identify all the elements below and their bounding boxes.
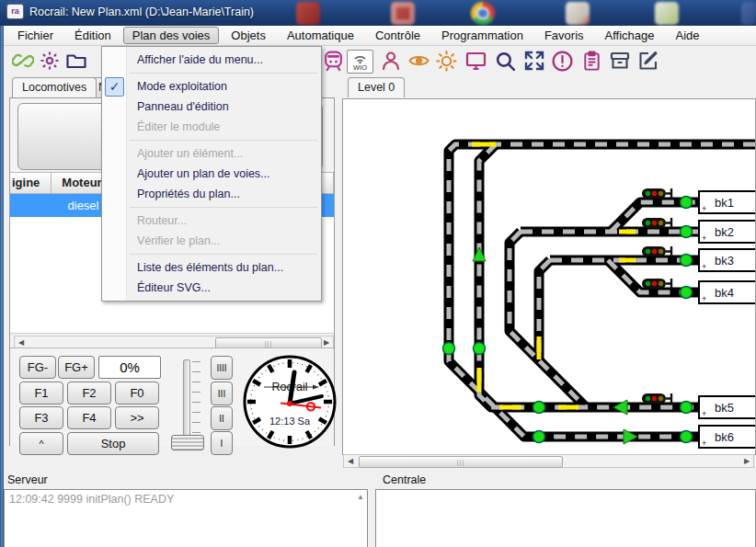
arrow-left <box>613 400 627 415</box>
speed-slider-track[interactable] <box>183 359 190 440</box>
gear-icon[interactable] <box>38 49 62 73</box>
plan-panel: Level 0 <box>342 75 756 471</box>
block-bk1[interactable]: bk1+ <box>699 191 755 213</box>
scroll-up-icon[interactable]: ▲ <box>357 493 364 501</box>
menu-item-ajouter-element: Ajouter un élément... <box>102 143 321 164</box>
check-icon: ✓ <box>105 77 124 97</box>
tab-locomotives[interactable]: Locomotives <box>12 77 97 97</box>
caret-button[interactable]: ^ <box>19 432 63 455</box>
tab-level-0[interactable]: Level 0 <box>348 77 405 97</box>
signal-bk1 <box>642 188 671 199</box>
menu-item-aide-menu[interactable]: Afficher l'aide du menu... <box>102 50 321 70</box>
svg-text:+: + <box>702 262 706 271</box>
menu-separator <box>130 207 317 208</box>
signal-bk3 <box>642 246 671 256</box>
scroll-right-icon[interactable]: ▶ <box>740 455 753 467</box>
menu-item-editeur-svg[interactable]: Éditeur SVG... <box>102 278 321 298</box>
link-icon[interactable] <box>11 49 35 73</box>
f4-button[interactable]: F4 <box>67 406 111 429</box>
svg-text:bk4: bk4 <box>715 286 734 300</box>
f3-button[interactable]: F3 <box>19 406 63 429</box>
server-label: Serveur <box>7 473 48 486</box>
svg-text:WIO: WIO <box>353 63 367 72</box>
titlebar[interactable]: ra Rocrail: New Plan.xml (D:\Jean-Marie\… <box>0 0 756 27</box>
menu-separator <box>130 254 317 255</box>
stop-button[interactable]: Stop <box>67 432 159 455</box>
menu-aide[interactable]: Aide <box>667 27 709 44</box>
expand-icon[interactable] <box>522 49 546 73</box>
svg-text:bk3: bk3 <box>715 254 734 268</box>
archive-icon[interactable] <box>608 49 632 73</box>
menu-item-ajouter-plan[interactable]: Ajouter un plan de voies... <box>102 164 321 184</box>
scroll-thumb[interactable]: ||| <box>359 456 563 468</box>
plan-hscrollbar[interactable]: ◀ ▶ ||| <box>343 454 754 468</box>
block-bk2[interactable]: bk2+ <box>699 221 755 243</box>
svg-text:+: + <box>702 204 706 213</box>
menubar: Fichier Édition Plan des voies Objets Au… <box>0 26 756 46</box>
throttle-panel: FG- FG+ 0% F1 F2 F0 F3 F4 >> ^ Stop IIII… <box>10 348 334 446</box>
menu-edition[interactable]: Édition <box>65 27 120 44</box>
menu-item-verifier-plan: Vérifier le plan... <box>102 231 321 251</box>
block-bk5[interactable]: bk5+ <box>699 396 755 418</box>
server-log-box[interactable]: 12:09:42 9999 initPlan() READY ▲ <box>4 489 368 547</box>
menu-favoris[interactable]: Favoris <box>535 27 593 44</box>
menu-separator <box>130 140 317 141</box>
block-bk6[interactable]: bk6+ <box>699 426 755 448</box>
folder-icon[interactable] <box>64 49 88 73</box>
wio-icon[interactable]: WIO <box>347 50 373 74</box>
menu-fichier[interactable]: Fichier <box>8 27 63 44</box>
menu-item-routeur: Routeur... <box>102 211 321 231</box>
desktop-icon <box>471 2 495 25</box>
column-origine[interactable]: igine <box>10 172 52 194</box>
train-icon[interactable] <box>321 49 345 73</box>
block-bk4[interactable]: bk4+ <box>699 281 755 303</box>
central-label: Centrale <box>383 473 426 486</box>
monitor-icon[interactable] <box>464 49 487 73</box>
occupied-segments <box>472 144 636 407</box>
menu-programmation[interactable]: Programmation <box>432 27 533 44</box>
menu-automatique[interactable]: Automatique <box>278 27 363 44</box>
menu-separator <box>130 73 317 74</box>
fg-minus-button[interactable]: FG- <box>19 356 56 379</box>
track-plan-canvas[interactable]: bk1+ bk2+ bk3+ bk4+ bk5+ bk6+ <box>342 98 756 455</box>
f0-button[interactable]: F0 <box>115 382 159 405</box>
block-bk3[interactable]: bk3+ <box>699 249 755 271</box>
desktop-icon <box>566 2 590 25</box>
arrow-right <box>624 429 637 444</box>
alert-icon[interactable] <box>550 49 574 73</box>
f1-button[interactable]: F1 <box>19 382 63 405</box>
clipboard-icon[interactable] <box>579 49 603 73</box>
search-icon[interactable] <box>493 49 517 73</box>
status-section: Serveur 12:09:42 9999 initPlan() READY ▲… <box>0 471 756 547</box>
signal-bk5 <box>642 393 671 404</box>
scroll-left-icon[interactable]: ◀ <box>344 455 357 467</box>
sun-icon[interactable] <box>434 49 458 73</box>
eye-icon[interactable] <box>407 49 430 73</box>
svg-text:+: + <box>702 294 706 303</box>
menu-affichage[interactable]: Affichage <box>596 27 664 44</box>
shift-functions-button[interactable]: >> <box>115 406 159 429</box>
menu-controle[interactable]: Contrôle <box>366 27 430 44</box>
desktop-icon <box>296 2 320 25</box>
edit-icon[interactable] <box>636 49 660 73</box>
menu-objets[interactable]: Objets <box>222 27 275 44</box>
analog-clock: Rocrail 12:13 Sa <box>242 350 339 453</box>
fg-plus-button[interactable]: FG+ <box>58 356 95 379</box>
step-2-button[interactable]: II <box>211 406 233 430</box>
menu-plan-des-voies[interactable]: Plan des voies <box>123 27 220 44</box>
menu-item-liste-elements[interactable]: Liste des éléments du plan... <box>102 257 321 278</box>
central-log-box[interactable] <box>375 489 756 547</box>
menu-item-proprietes-plan[interactable]: Propriétés du plan... <box>102 184 321 204</box>
step-1-button[interactable]: I <box>211 431 233 455</box>
menu-item-mode-exploitation[interactable]: ✓ Mode exploitation <box>102 76 321 97</box>
speed-slider-handle[interactable] <box>171 435 204 450</box>
track-plan: bk1+ bk2+ bk3+ bk4+ bk5+ bk6+ <box>343 99 755 454</box>
svg-text:+: + <box>702 409 706 418</box>
svg-text:bk1: bk1 <box>715 196 734 210</box>
desktop-icon <box>655 2 679 25</box>
step-4-button[interactable]: IIII <box>211 356 233 380</box>
menu-item-panneau-edition[interactable]: Panneau d'édition <box>102 97 321 117</box>
user-icon[interactable] <box>379 49 403 73</box>
step-3-button[interactable]: III <box>211 382 233 405</box>
f2-button[interactable]: F2 <box>67 382 111 405</box>
